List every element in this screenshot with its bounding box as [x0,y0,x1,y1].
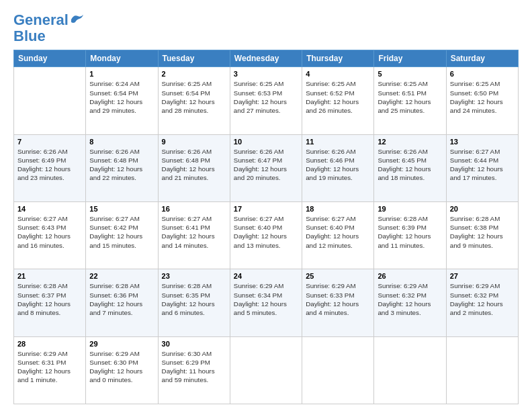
day-cell [446,336,518,404]
calendar: SundayMondayTuesdayWednesdayThursdayFrid… [13,50,519,404]
day-number: 4 [306,70,370,78]
day-number: 21 [17,272,82,280]
day-cell: 11Sunrise: 6:26 AM Sunset: 6:46 PM Dayli… [302,134,374,201]
day-header-wednesday: Wednesday [230,50,302,67]
day-number: 2 [162,70,226,78]
day-number: 27 [450,272,515,280]
day-cell: 7Sunrise: 6:26 AM Sunset: 6:49 PM Daylig… [14,134,86,201]
day-number: 8 [89,138,154,146]
day-cell [374,336,446,404]
day-info: Sunrise: 6:27 AM Sunset: 6:43 PM Dayligh… [17,214,82,250]
day-info: Sunrise: 6:27 AM Sunset: 6:40 PM Dayligh… [234,214,298,250]
day-cell: 28Sunrise: 6:29 AM Sunset: 6:31 PM Dayli… [14,336,86,404]
day-info: Sunrise: 6:27 AM Sunset: 6:44 PM Dayligh… [450,147,515,183]
day-cell: 2Sunrise: 6:25 AM Sunset: 6:54 PM Daylig… [158,67,230,134]
week-row-3: 14Sunrise: 6:27 AM Sunset: 6:43 PM Dayli… [14,202,519,269]
week-row-1: 1Sunrise: 6:24 AM Sunset: 6:54 PM Daylig… [14,67,519,134]
day-info: Sunrise: 6:26 AM Sunset: 6:47 PM Dayligh… [234,147,298,183]
day-cell: 13Sunrise: 6:27 AM Sunset: 6:44 PM Dayli… [446,134,518,201]
day-info: Sunrise: 6:29 AM Sunset: 6:34 PM Dayligh… [234,281,298,317]
day-info: Sunrise: 6:25 AM Sunset: 6:52 PM Dayligh… [306,79,370,115]
logo: General Blue [13,12,85,44]
day-number: 1 [89,70,154,78]
day-info: Sunrise: 6:29 AM Sunset: 6:33 PM Dayligh… [306,281,370,317]
day-info: Sunrise: 6:28 AM Sunset: 6:35 PM Dayligh… [162,281,226,317]
day-info: Sunrise: 6:24 AM Sunset: 6:54 PM Dayligh… [89,79,154,115]
day-info: Sunrise: 6:29 AM Sunset: 6:32 PM Dayligh… [450,281,515,317]
day-header-monday: Monday [86,50,158,67]
day-info: Sunrise: 6:26 AM Sunset: 6:45 PM Dayligh… [378,147,442,183]
logo-text: General [13,12,69,28]
day-cell: 30Sunrise: 6:30 AM Sunset: 6:29 PM Dayli… [158,336,230,404]
day-info: Sunrise: 6:26 AM Sunset: 6:49 PM Dayligh… [17,147,82,183]
week-row-5: 28Sunrise: 6:29 AM Sunset: 6:31 PM Dayli… [14,336,519,404]
day-number: 7 [17,138,82,146]
day-number: 9 [162,138,226,146]
day-cell: 12Sunrise: 6:26 AM Sunset: 6:45 PM Dayli… [374,134,446,201]
day-info: Sunrise: 6:29 AM Sunset: 6:31 PM Dayligh… [17,349,82,385]
page: General Blue SundayMondayTuesdayWednesda… [0,0,532,411]
day-cell: 20Sunrise: 6:28 AM Sunset: 6:38 PM Dayli… [446,202,518,269]
day-number: 15 [89,205,154,213]
day-info: Sunrise: 6:25 AM Sunset: 6:53 PM Dayligh… [234,79,298,115]
day-number: 11 [306,138,370,146]
day-cell: 5Sunrise: 6:25 AM Sunset: 6:51 PM Daylig… [374,67,446,134]
day-header-friday: Friday [374,50,446,67]
day-info: Sunrise: 6:25 AM Sunset: 6:51 PM Dayligh… [378,79,442,115]
day-header-sunday: Sunday [14,50,86,67]
day-number: 26 [378,272,442,280]
day-info: Sunrise: 6:29 AM Sunset: 6:30 PM Dayligh… [89,349,154,385]
day-number: 14 [17,205,82,213]
day-cell: 17Sunrise: 6:27 AM Sunset: 6:40 PM Dayli… [230,202,302,269]
day-cell [230,336,302,404]
day-number: 13 [450,138,515,146]
header: General Blue [13,12,519,44]
day-number: 28 [17,340,82,348]
day-number: 5 [378,70,442,78]
day-info: Sunrise: 6:26 AM Sunset: 6:46 PM Dayligh… [306,147,370,183]
day-cell: 1Sunrise: 6:24 AM Sunset: 6:54 PM Daylig… [86,67,158,134]
day-cell: 25Sunrise: 6:29 AM Sunset: 6:33 PM Dayli… [302,269,374,336]
day-info: Sunrise: 6:27 AM Sunset: 6:40 PM Dayligh… [306,214,370,250]
day-info: Sunrise: 6:28 AM Sunset: 6:36 PM Dayligh… [89,281,154,317]
day-number: 23 [162,272,226,280]
day-number: 22 [89,272,154,280]
day-cell: 27Sunrise: 6:29 AM Sunset: 6:32 PM Dayli… [446,269,518,336]
day-cell: 18Sunrise: 6:27 AM Sunset: 6:40 PM Dayli… [302,202,374,269]
day-number: 20 [450,205,515,213]
day-info: Sunrise: 6:28 AM Sunset: 6:38 PM Dayligh… [450,214,515,250]
day-cell: 15Sunrise: 6:27 AM Sunset: 6:42 PM Dayli… [86,202,158,269]
day-info: Sunrise: 6:29 AM Sunset: 6:32 PM Dayligh… [378,281,442,317]
day-number: 19 [378,205,442,213]
day-info: Sunrise: 6:28 AM Sunset: 6:37 PM Dayligh… [17,281,82,317]
day-info: Sunrise: 6:30 AM Sunset: 6:29 PM Dayligh… [162,349,226,385]
day-cell: 29Sunrise: 6:29 AM Sunset: 6:30 PM Dayli… [86,336,158,404]
day-cell: 26Sunrise: 6:29 AM Sunset: 6:32 PM Dayli… [374,269,446,336]
day-number: 24 [234,272,298,280]
day-cell: 16Sunrise: 6:27 AM Sunset: 6:41 PM Dayli… [158,202,230,269]
day-number: 17 [234,205,298,213]
day-number: 25 [306,272,370,280]
day-cell: 19Sunrise: 6:28 AM Sunset: 6:39 PM Dayli… [374,202,446,269]
day-info: Sunrise: 6:26 AM Sunset: 6:48 PM Dayligh… [162,147,226,183]
day-header-thursday: Thursday [302,50,374,67]
day-cell [302,336,374,404]
day-cell: 8Sunrise: 6:26 AM Sunset: 6:48 PM Daylig… [86,134,158,201]
day-number: 16 [162,205,226,213]
day-info: Sunrise: 6:27 AM Sunset: 6:41 PM Dayligh… [162,214,226,250]
day-header-tuesday: Tuesday [158,50,230,67]
logo-text2: Blue [13,28,46,44]
day-number: 29 [89,340,154,348]
day-number: 6 [450,70,515,78]
week-row-2: 7Sunrise: 6:26 AM Sunset: 6:49 PM Daylig… [14,134,519,201]
day-cell: 22Sunrise: 6:28 AM Sunset: 6:36 PM Dayli… [86,269,158,336]
day-number: 12 [378,138,442,146]
day-cell: 10Sunrise: 6:26 AM Sunset: 6:47 PM Dayli… [230,134,302,201]
day-number: 30 [162,340,226,348]
day-info: Sunrise: 6:27 AM Sunset: 6:42 PM Dayligh… [89,214,154,250]
day-info: Sunrise: 6:25 AM Sunset: 6:50 PM Dayligh… [450,79,515,115]
week-row-4: 21Sunrise: 6:28 AM Sunset: 6:37 PM Dayli… [14,269,519,336]
day-number: 3 [234,70,298,78]
day-cell: 24Sunrise: 6:29 AM Sunset: 6:34 PM Dayli… [230,269,302,336]
day-cell [14,67,86,134]
